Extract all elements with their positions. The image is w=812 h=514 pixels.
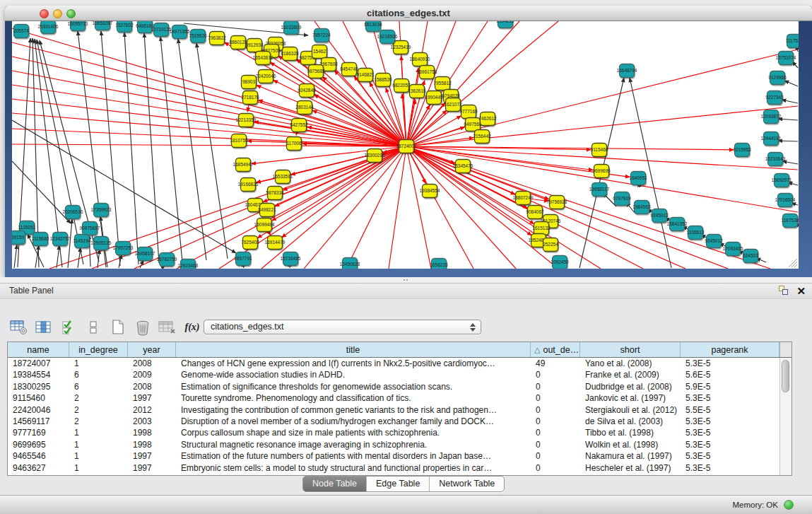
table-row[interactable]: 1872400712008Changes of HCN gene express… xyxy=(8,358,792,369)
graph-node[interactable]: 19958117 xyxy=(589,183,610,197)
function-builder-button[interactable]: f(x) xyxy=(183,319,201,336)
table-row[interactable]: 969969511998Structural magnetic resonanc… xyxy=(8,439,792,450)
graph-node[interactable]: 9857791 xyxy=(234,252,252,266)
graph-node[interactable]: 2803144 xyxy=(295,101,314,115)
graph-node[interactable]: 12444191 xyxy=(761,132,782,146)
graph-node[interactable]: 117006 xyxy=(286,137,302,151)
graph-node[interactable]: 9777169 xyxy=(459,105,478,119)
graph-node[interactable]: 2156442 xyxy=(473,130,491,144)
graph-node[interactable]: 12923468 xyxy=(178,259,199,269)
graph-node[interactable]: 16914479 xyxy=(265,236,286,250)
graph-node[interactable]: 924503 xyxy=(743,250,758,263)
graph-node[interactable]: 7462612 xyxy=(478,112,497,126)
graph-node[interactable]: 17093465 xyxy=(723,243,743,256)
graph-node[interactable]: 1656233 xyxy=(430,259,448,269)
table-selector-dropdown[interactable]: citations_edges.txt xyxy=(204,320,481,334)
graph-node[interactable]: 12213359 xyxy=(236,114,257,127)
title-bar[interactable]: citations_edges.txt xyxy=(5,6,812,21)
graph-node[interactable]: 1810755 xyxy=(230,134,248,148)
graph-node[interactable]: 1167538 xyxy=(782,214,799,228)
graph-node[interactable]: 9084067 xyxy=(526,206,544,219)
table-row[interactable]: 1456911722003Disruption of a novel membe… xyxy=(8,416,792,427)
graph-node[interactable]: 18300295 xyxy=(365,149,385,163)
graph-node[interactable]: 15462 xyxy=(312,45,327,59)
graph-node[interactable]: 15716485 xyxy=(281,252,301,266)
graph-node[interactable]: 1640951 xyxy=(629,172,647,185)
table-row[interactable]: 2242004622012Investigating the contribut… xyxy=(8,404,792,416)
graph-node[interactable]: 39159 xyxy=(12,231,25,245)
graph-node[interactable]: 9146821 xyxy=(356,69,375,82)
graph-node[interactable]: 1990445 xyxy=(425,91,443,105)
graph-node[interactable]: 7515526 xyxy=(189,30,207,43)
resize-grip-icon[interactable] xyxy=(792,262,797,267)
graph-node[interactable]: 5878334 xyxy=(266,187,284,200)
graph-node[interactable]: 8912934 xyxy=(245,39,264,52)
network-canvas[interactable]: 1872400779638228860128891293423226058982… xyxy=(12,21,799,269)
graph-node[interactable]: 8860128 xyxy=(229,36,247,49)
graph-node[interactable]: 22420046 xyxy=(256,70,276,83)
graph-node[interactable]: 16533591 xyxy=(273,170,293,184)
graph-node[interactable]: 12342757 xyxy=(50,233,71,246)
graph-node[interactable]: 16958107 xyxy=(135,247,155,261)
graph-node[interactable]: 19218506 xyxy=(377,30,398,44)
graph-node[interactable]: 1106613 xyxy=(687,226,705,240)
table-row[interactable]: 946554611997Estimation of the future num… xyxy=(8,450,792,462)
column-header-short[interactable]: short xyxy=(580,342,681,357)
table-scrollbar[interactable] xyxy=(779,358,792,475)
resize-grip-icon[interactable] xyxy=(794,264,797,267)
graph-node[interactable]: 16210643 xyxy=(765,153,786,166)
graph-node[interactable]: 8454749 xyxy=(340,63,358,76)
table-row[interactable]: 977716911998Corpus callosum shape and si… xyxy=(8,427,792,438)
graph-node[interactable]: 16543812 xyxy=(253,52,273,65)
graph-node[interactable]: 7963822 xyxy=(208,32,226,45)
column-header-in_degree[interactable]: in_degree xyxy=(69,342,128,357)
graph-node[interactable]: 1615132 xyxy=(532,222,551,235)
scrollbar-thumb[interactable] xyxy=(782,360,789,392)
graph-node[interactable]: 8186328 xyxy=(281,47,299,61)
graph-node[interactable]: 9215953 xyxy=(733,144,751,157)
column-header-out_degree[interactable]: △out_de… xyxy=(531,342,580,357)
graph-node[interactable]: 1588520 xyxy=(374,74,392,87)
close-panel-button[interactable]: ✕ xyxy=(796,284,806,298)
graph-node[interactable]: 16782759 xyxy=(157,253,177,267)
column-header-year[interactable]: year xyxy=(128,342,176,357)
graph-node[interactable]: 15751074 xyxy=(776,52,796,65)
graph-node[interactable]: 8498221 xyxy=(258,204,276,217)
graph-node[interactable]: 98903 xyxy=(242,76,257,89)
graph-node[interactable]: 205574 xyxy=(13,25,29,38)
show-columns-button[interactable] xyxy=(35,319,53,336)
select-rows-button[interactable] xyxy=(59,319,78,336)
delete-rows-button[interactable] xyxy=(134,319,152,336)
column-header-title[interactable]: title xyxy=(176,342,531,357)
graph-node[interactable]: 9227343 xyxy=(765,91,784,105)
graph-node[interactable]: 6797919 xyxy=(613,192,631,206)
graph-node[interactable]: 12093872 xyxy=(761,110,782,124)
table-row[interactable]: 1938455462009Genome-wide association stu… xyxy=(8,369,792,380)
graph-node[interactable]: 19384554 xyxy=(420,185,440,198)
graph-node[interactable]: 12505135 xyxy=(91,237,112,250)
panel-splitter[interactable] xyxy=(0,277,812,283)
graph-node[interactable]: 2718176 xyxy=(241,91,259,105)
graph-node[interactable]: 7625402 xyxy=(241,236,259,250)
new-table-button[interactable] xyxy=(109,319,127,336)
delete-table-button[interactable] xyxy=(158,319,177,336)
row-selection-button[interactable] xyxy=(84,319,102,336)
graph-node[interactable]: 20391406 xyxy=(38,21,59,34)
graph-node[interactable]: 19166825 xyxy=(238,178,259,192)
graph-node[interactable]: 252254 xyxy=(543,238,558,252)
graph-node[interactable]: 9115460 xyxy=(591,144,608,157)
graph-node[interactable]: 9242848 xyxy=(298,84,316,98)
graph-node[interactable]: 1115680 xyxy=(32,233,49,246)
graph-node[interactable]: 10719135 xyxy=(151,23,172,37)
graph-node[interactable]: 7857224 xyxy=(312,29,331,42)
graph-node[interactable]: 1362615 xyxy=(408,85,426,98)
table-row[interactable]: 911546021997Tourette syndrome. Phenomeno… xyxy=(8,392,792,404)
tab-edge-table[interactable]: Edge Table xyxy=(367,477,430,491)
graph-node[interactable]: 16033809 xyxy=(281,21,302,35)
network-graph[interactable]: 1872400779638228860128891293423226058982… xyxy=(12,21,799,269)
graph-node[interactable]: 18724007 xyxy=(396,140,417,153)
graph-node[interactable]: 13450628 xyxy=(340,258,360,269)
graph-node[interactable]: 16099484 xyxy=(254,218,275,232)
float-panel-button[interactable] xyxy=(778,286,789,296)
graph-node[interactable]: 16841352 xyxy=(667,218,688,231)
